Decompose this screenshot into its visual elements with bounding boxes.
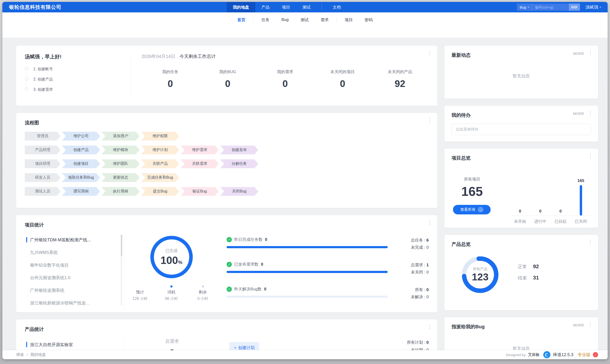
zentao-logo (543, 351, 550, 358)
subnav-item-test[interactable]: 测试 (295, 17, 314, 23)
stat-my-bugs[interactable]: 我的BUG0 (199, 69, 256, 89)
card-menu-icon[interactable]: ⋮ (588, 50, 593, 56)
flow-step[interactable]: 领取任务和Bug (62, 173, 100, 182)
step-circle-icon (25, 67, 28, 70)
navbar-right: Bug ▾ GO! 汤斌强 ▾ (517, 4, 601, 11)
user-name: 汤斌强 (585, 4, 598, 10)
flow-step[interactable]: 创建产品 (62, 145, 100, 154)
flow-step[interactable]: 验证Bug (181, 187, 219, 196)
flow-step[interactable]: 提交Bug (141, 187, 179, 196)
nav-tab-my-dashboard[interactable]: 我的地盘 (227, 2, 255, 13)
card-menu-icon[interactable]: ⋮ (588, 153, 593, 159)
upgrade-icon[interactable]: ↑ (593, 352, 598, 357)
project-list-item[interactable]: 浙江银轮新能源冷喷铜产线追... (25, 297, 118, 309)
nav-tab-project[interactable]: 项目 (276, 2, 296, 13)
nav-tab-product[interactable]: 产品 (255, 2, 276, 13)
nav-tab-test[interactable]: 测试 (296, 2, 317, 13)
product-list-item[interactable]: 浙江大自然开源实验室 (25, 338, 124, 351)
subnav-item-story[interactable]: 需求 (314, 17, 335, 23)
project-list-item[interactable]: 银申铝业数字化项目 (25, 259, 118, 271)
stat-open-projects[interactable]: 未关闭的项目0 (314, 69, 371, 89)
project-list-item[interactable]: 广州银轮追溯系统 (25, 284, 118, 297)
project-progress-donut: 已完成 100% 预计 128 小时 消耗 (124, 234, 219, 311)
card-menu-icon[interactable]: ⋮ (427, 324, 432, 329)
flow-step[interactable]: 撰写用例 (62, 187, 100, 196)
card-menu-icon[interactable]: ⋮ (588, 239, 593, 245)
subnav-item-project[interactable]: 项目 (338, 17, 359, 23)
bar (580, 185, 582, 216)
flow-step[interactable]: 关联需求 (181, 159, 219, 168)
main-content: ⋮ 汤斌强，早上好! 1. 创建帐号 2. 创建产品 3. 创建需求 2026年… (2, 38, 608, 359)
flow-step[interactable]: 维护计划 (141, 145, 179, 154)
flow-step[interactable]: 维护权限 (141, 132, 179, 141)
card-menu-icon[interactable]: ⋮ (427, 219, 432, 225)
flow-step[interactable]: 维护公司 (62, 132, 100, 141)
flow-step[interactable]: 执行用例 (102, 187, 140, 196)
flow-step[interactable]: 关闭Bug (220, 187, 258, 196)
subnav-item-bug[interactable]: Bug (275, 17, 295, 22)
stat-my-tasks[interactable]: 我的任务0 (142, 69, 199, 89)
breadcrumb-separator-icon: > (26, 353, 28, 357)
progress-bar (227, 246, 388, 248)
flow-step[interactable]: 更新状态 (102, 173, 140, 182)
empty-message: 暂无信息 (452, 73, 591, 79)
nav-tab-doc[interactable]: 文档 (326, 2, 347, 13)
designer-name[interactable]: 艾体验 (528, 352, 539, 357)
flow-step[interactable]: 添加用户 (102, 132, 140, 141)
subnav-divider (253, 17, 254, 22)
project-list-item[interactable]: 九川WMS系统 (25, 246, 118, 259)
subnav-item-task[interactable]: 任务 (255, 17, 275, 23)
card-menu-icon[interactable]: ⋮ (588, 322, 593, 327)
flow-step[interactable]: 维护需求 (181, 145, 219, 154)
stat-open-products[interactable]: 未关闭的产品92 (371, 69, 429, 89)
progress-bar (227, 296, 388, 298)
project-list-item[interactable]: 台州元熔追溯系统1.0 (25, 271, 118, 284)
todo-title: 我的待办 (452, 112, 591, 118)
footer-right: Designed by 艾体验 禅道12.5.3 专业版 ↑ (506, 351, 598, 358)
edition-text[interactable]: 专业版 (578, 352, 590, 358)
project-list-item[interactable]: 广州银轮TDM-M装配检测产线... (25, 234, 118, 246)
caret-down-icon: ▾ (599, 6, 601, 9)
card-menu-icon[interactable]: ⋮ (427, 50, 432, 56)
more-link[interactable]: MORE (573, 323, 584, 327)
view-all-button[interactable]: 查看所有 → (453, 205, 491, 214)
flow-step[interactable]: 分解任务 (220, 159, 258, 168)
product-legend: 正常 92 结束 31 (518, 263, 539, 286)
step-create-story[interactable]: 3. 创建需求 (25, 87, 131, 92)
flow-step[interactable]: 完成任务和Bug (141, 173, 179, 182)
flow-step[interactable]: 关联产品 (141, 159, 179, 168)
donut-chart: 已完成 100% (150, 236, 193, 278)
flow-role: 研发人员 (25, 173, 61, 182)
stat-my-stories[interactable]: 我的需求0 (256, 69, 314, 89)
card-menu-icon[interactable]: ⋮ (588, 110, 593, 116)
add-todo-input[interactable] (452, 124, 591, 135)
welcome-left: 汤斌强，早上好! 1. 创建帐号 2. 创建产品 3. 创建需求 (25, 53, 131, 98)
flow-step[interactable]: 创建发布 (220, 145, 258, 154)
flow-step[interactable]: 维护模块 (102, 145, 140, 154)
greeting-text: 汤斌强，早上好! (25, 53, 131, 60)
project-stats-card: ⋮ 项目统计 广州银轮TDM-M装配检测产线... 九川WMS系统 银申铝业数字… (16, 215, 437, 312)
search-go-button[interactable]: GO! (569, 4, 580, 11)
flow-role: 项目经理 (25, 159, 61, 168)
caret-down-icon: ▾ (528, 6, 529, 9)
search-input[interactable] (532, 4, 568, 11)
project-overview-title: 项目总览 (452, 155, 591, 161)
card-menu-icon[interactable]: ⋮ (427, 117, 432, 123)
search-category-select[interactable]: Bug ▾ (517, 4, 532, 11)
subnav-item-password[interactable]: 密码 (359, 17, 379, 23)
more-link[interactable]: MORE (573, 112, 584, 116)
flow-step[interactable]: 创建项目 (62, 159, 100, 168)
more-link[interactable]: MORE (573, 52, 584, 55)
user-menu[interactable]: 汤斌强 ▾ (585, 4, 601, 10)
company-brand[interactable]: 银轮信息科技有限公司 (9, 4, 62, 11)
progress-group-stories: ✓ 已发布需求数 0 总需求 : 1 未关闭 : 0 (227, 261, 429, 276)
breadcrumb-home[interactable]: 禅道 (16, 352, 24, 357)
subnav-item-home[interactable]: 首页 (231, 17, 251, 23)
chart-baseline (510, 216, 591, 216)
scrollbar-thumb[interactable] (121, 234, 122, 256)
step-create-product[interactable]: 2. 创建产品 (25, 77, 131, 82)
flow-step[interactable]: 维护团队 (102, 159, 140, 168)
step-circle-icon (25, 87, 28, 91)
step-create-account[interactable]: 1. 创建帐号 (25, 67, 131, 72)
version-text[interactable]: 禅道12.5.3 (553, 352, 573, 358)
